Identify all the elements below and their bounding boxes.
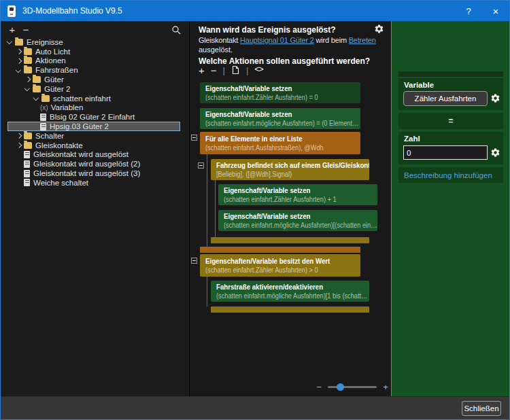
tree-item-variablen[interactable]: (x)Variablen [1,103,189,113]
collapse-icon[interactable] [191,258,197,264]
zahl-input[interactable] [403,145,488,160]
inspector-number-section: Zahl [398,132,503,164]
trigger-mode-link[interactable]: Betreten [349,36,376,44]
add-description-link[interactable]: Beschreibung hinzufügen [404,171,492,179]
footer-bar: Schließen [1,396,509,419]
close-dialog-button[interactable]: Schließen [462,401,501,416]
action-block-activate-route[interactable]: Fahrstraße aktivieren/deaktivieren (scha… [211,281,369,302]
event-icon [24,179,30,186]
copy-icon[interactable] [231,65,240,75]
inspector-description-section: Beschreibung hinzufügen [398,167,503,183]
gear-icon[interactable] [374,24,384,34]
window-title: 3D-Modellbahn Studio V9.5 [22,6,122,16]
folder-icon [24,142,32,149]
tree-item-gueter[interactable]: Güter [1,75,189,84]
chevron-right-icon[interactable] [16,134,24,138]
inspector-variable-section: Variable Zähler Ausfahrten [398,78,503,110]
nesting-connector-line [207,154,207,247]
event-icon [24,170,30,177]
action-block-set-variable-2[interactable]: Eigenschaft/Variable setzen (schatten ei… [200,108,360,129]
folder-icon [33,86,41,92]
title-bar: 3D-Modellbahn Studio V9.5 ? × [1,1,509,21]
trigger-object-link[interactable]: Hauptsignal 01 Güter 2 [240,36,314,44]
trigger-sentence-line2: ausgelöst. [199,46,233,54]
action-block-foreach-list[interactable]: Für alle Elemente in einer Liste (schatt… [200,132,360,154]
search-icon[interactable] [171,25,181,35]
event-icon [24,160,30,168]
variable-select-button[interactable]: Zähler Ausfahrten [403,91,488,106]
nesting-connector-line [215,180,216,237]
zoom-slider-thumb[interactable] [337,383,344,391]
tree-list: Ereignisse Auto Licht Aktionen Fahrstraß… [1,37,189,188]
tree-item-ereignisse[interactable]: Ereignisse [1,37,189,47]
toolbar-separator: | [223,65,225,75]
tree-item-blsig-02[interactable]: Blsig 02 Güter 2 Einfahrt [1,112,189,122]
event-icon [24,151,30,158]
code-view-button[interactable]: <> [254,66,262,74]
chevron-down-icon[interactable] [34,96,41,101]
gear-icon[interactable] [490,93,500,103]
event-icon [40,123,46,130]
nesting-connector-line [207,277,207,307]
block-end-bar-yellow [211,307,369,313]
variables-icon: (x) [40,104,48,111]
zahl-label: Zahl [404,135,420,143]
condition-block-vehicle-on-track[interactable]: Fahrzeug befindet sich auf einem Gleis/G… [211,159,369,180]
action-block-set-variable-1[interactable]: Eigenschaft/Variable setzen (schatten ei… [200,82,360,103]
zoom-out-button[interactable]: − [314,382,324,392]
actions-toolbar: + − | | <> [199,64,263,76]
chevron-down-icon[interactable] [16,68,24,73]
event-editor-panel: Wann wird das Ereignis ausgelöst? Gleisk… [189,21,391,396]
chevron-right-icon[interactable] [16,59,24,63]
inspector-operator-section: = [398,113,503,129]
chevron-down-icon[interactable] [7,39,15,45]
tree-item-gleiskontakt-3[interactable]: Gleiskontakt wird ausgelöst (3) [1,169,189,178]
zoom-control: − + [314,381,390,392]
tree-item-aktionen[interactable]: Aktionen [1,56,189,66]
collapse-icon[interactable] [198,162,204,169]
folder-icon [41,95,50,102]
folder-icon [24,67,32,73]
action-block-set-variable-3[interactable]: Eigenschaft/Variable setzen (schatten ei… [218,184,377,205]
tree-item-gueter-2[interactable]: Güter 2 [1,84,189,94]
add-action-button[interactable]: + [199,65,205,75]
tree-remove-button[interactable]: − [20,22,32,36]
zoom-in-button[interactable]: + [381,382,390,392]
zoom-slider-track[interactable] [328,386,377,388]
folder-icon [24,48,32,55]
tree-item-schalter[interactable]: Schalter [1,131,189,141]
tree-item-gleiskontakt-1[interactable]: Gleiskontakt wird ausgelöst [1,150,189,160]
folder-icon [24,57,32,64]
tree-item-weiche-schaltet[interactable]: Weiche schaltet [1,178,189,188]
block-end-bar-orange [200,247,360,253]
chevron-down-icon[interactable] [25,86,33,92]
tree-item-schatten-einfahrt[interactable]: schatten einfahrt [1,94,189,103]
collapse-icon[interactable] [191,135,197,141]
tree-item-gleiskontakt-2[interactable]: Gleiskontakt wird ausgelöst (2) [1,159,189,169]
action-block-set-variable-4[interactable]: Eigenschaft/Variable setzen (schatten ei… [218,210,377,231]
close-window-button[interactable]: × [482,1,509,21]
app-window: 3D-Modellbahn Studio V9.5 ? × + − Ereign… [0,0,510,420]
toolbar-separator: | [246,65,248,75]
chevron-right-icon[interactable] [16,50,24,54]
gear-icon[interactable] [490,147,500,158]
chevron-right-icon[interactable] [16,143,24,147]
trigger-sentence-line1: Gleiskontakt Hauptsignal 01 Güter 2 wird… [199,36,376,44]
trigger-heading: Wann wird das Ereignis ausgelöst? [199,25,336,35]
tree-add-button[interactable]: + [6,22,18,36]
folder-icon [15,39,23,46]
help-button[interactable]: ? [455,1,482,21]
inspector-top-strip [398,71,503,77]
action-inspector-panel: Variable Zähler Ausfahrten = Zahl Beschr… [392,21,510,396]
tree-item-fahrstrassen[interactable]: Fahrstraßen [1,65,189,75]
event-icon [40,113,46,121]
tree-item-auto-licht[interactable]: Auto Licht [1,47,189,56]
operator-label: = [448,116,453,126]
event-tree-panel: + − Ereignisse Auto Licht Aktionen Fahrs… [1,21,189,396]
remove-action-button[interactable]: − [211,65,217,75]
chevron-right-icon[interactable] [25,77,33,82]
variable-label: Variable [404,81,434,89]
condition-block-variable-has-value[interactable]: Eigenschaften/Variable besitzt den Wert … [200,254,360,277]
tree-item-hpsig-03-selected[interactable]: Hpsig.03 Güter 2 [1,122,189,131]
tree-item-gleiskontakte[interactable]: Gleiskontakte [1,141,189,150]
